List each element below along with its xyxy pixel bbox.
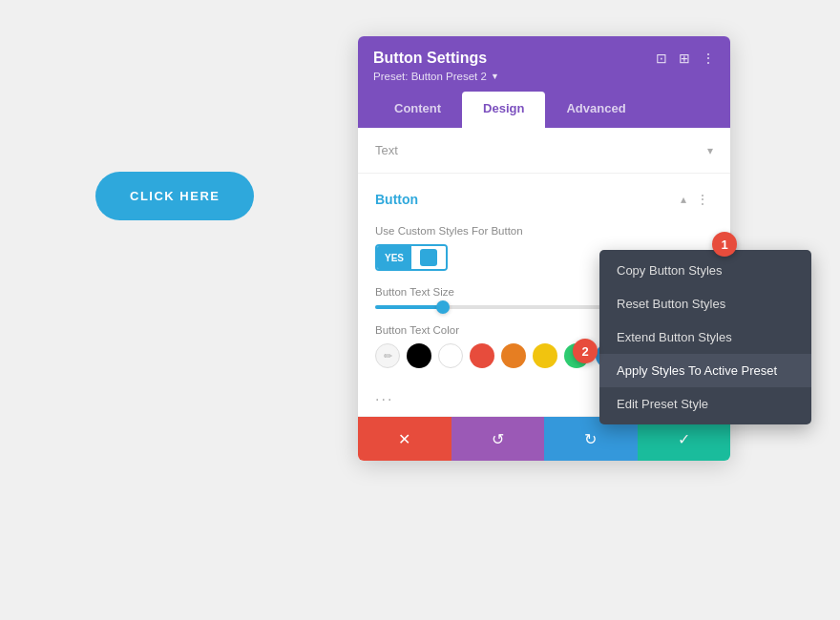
cancel-button[interactable]: ✕ (358, 417, 452, 461)
preset-label: Preset: Button Preset 2 (373, 71, 487, 82)
eyedropper-swatch[interactable]: ✏ (375, 343, 400, 368)
click-here-button[interactable]: CLICK HERE (95, 172, 254, 220)
white-swatch[interactable] (438, 343, 463, 368)
focus-icon[interactable]: ⊡ (656, 51, 667, 66)
button-section-title: Button (375, 192, 418, 207)
button-section-menu-icon[interactable]: ⋮ (692, 189, 713, 210)
panel-tabs: Content Design Advanced (373, 92, 715, 128)
tab-content[interactable]: Content (373, 92, 462, 128)
columns-icon[interactable]: ⊞ (679, 51, 690, 66)
panel-header-top: Button Settings ⊡ ⊞ ⋮ (373, 50, 715, 67)
orange-swatch[interactable] (501, 343, 526, 368)
text-section-header[interactable]: Text ▾ (358, 128, 730, 173)
slider-fill (375, 305, 443, 309)
dropdown-item-reset[interactable]: Reset Button Styles (599, 287, 811, 320)
panel-header-icons: ⊡ ⊞ ⋮ (656, 51, 715, 66)
badge-1: 1 (712, 232, 737, 257)
panel-header: Button Settings ⊡ ⊞ ⋮ Preset: Button Pre… (358, 36, 730, 128)
dropdown-item-copy[interactable]: Copy Button Styles (599, 254, 811, 287)
text-section: Text ▾ (358, 128, 730, 174)
text-chevron-icon: ▾ (707, 144, 713, 157)
panel-title: Button Settings (373, 50, 487, 67)
dropdown-item-extend[interactable]: Extend Button Styles (599, 320, 811, 354)
text-section-title: Text (375, 143, 398, 157)
preset-arrow-icon: ▼ (491, 72, 499, 81)
button-chevron-icon: ▴ (681, 193, 686, 206)
more-options-icon[interactable]: ⋮ (702, 51, 715, 66)
dropdown-item-edit-preset[interactable]: Edit Preset Style (599, 387, 811, 421)
button-section-header[interactable]: Button ▴ ⋮ (358, 174, 730, 225)
custom-styles-label: Use Custom Styles For Button (375, 225, 713, 237)
yellow-swatch[interactable] (533, 343, 557, 368)
toggle-slider (411, 246, 446, 269)
custom-styles-toggle[interactable]: YES (375, 244, 448, 271)
preset-selector[interactable]: Preset: Button Preset 2 ▼ (373, 71, 715, 82)
tab-design[interactable]: Design (462, 92, 545, 128)
dropdown-menu: Copy Button Styles Reset Button Styles E… (599, 250, 811, 424)
toggle-yes-label: YES (377, 246, 411, 269)
toggle-thumb (420, 249, 437, 266)
dropdown-item-apply[interactable]: Apply Styles To Active Preset (599, 354, 811, 387)
more-colors-icon[interactable]: ··· (375, 391, 393, 408)
badge-2: 2 (573, 339, 598, 363)
slider-thumb (436, 300, 450, 314)
button-section-controls: ▴ ⋮ (681, 189, 713, 210)
undo-button[interactable]: ↺ (452, 417, 545, 461)
tab-advanced[interactable]: Advanced (545, 92, 646, 128)
black-swatch[interactable] (407, 343, 431, 368)
red-swatch[interactable] (470, 343, 494, 368)
